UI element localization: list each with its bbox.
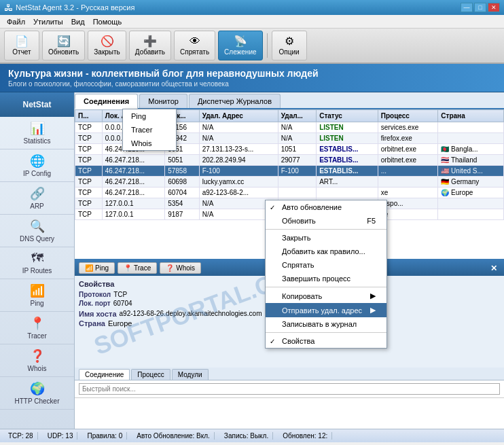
dnsquery-icon: 🔍 <box>30 219 45 234</box>
ctx-hide[interactable]: Спрятать <box>266 258 386 272</box>
close-button[interactable]: ✕ <box>488 3 500 12</box>
ping-icon: 📶 <box>30 283 45 298</box>
ctx-add-rule[interactable]: Добавить как правило... <box>266 245 386 258</box>
ctx-auto-update[interactable]: Авто обновление <box>266 200 386 214</box>
report-icon: 📄 <box>15 36 29 47</box>
cell-country: 🇺🇸 United S... <box>438 166 504 177</box>
menu-help[interactable]: Помощь <box>89 16 126 27</box>
cell-country: 🇹🇭 Thailand <box>438 155 504 166</box>
toolbar: 📄 Отчет 🔄 Обновить 🚫 Закрыть ➕ Добавить … <box>0 29 504 64</box>
banner-subtitle: Блоги о психологии, философии, саморазви… <box>8 80 496 88</box>
cell-status <box>317 188 378 198</box>
table-row[interactable]: TCP 46.247.218... 57858 F-100 F-100 ESTA… <box>75 166 504 177</box>
options-button[interactable]: ⚙ Опции <box>272 31 307 60</box>
tracking-icon: 📡 <box>234 36 247 47</box>
menu-view[interactable]: Вид <box>67 16 89 27</box>
options-icon: ⚙ <box>285 36 294 47</box>
search-input[interactable] <box>79 383 500 395</box>
cell-process: orbitnet.exe <box>378 155 438 166</box>
sidebar-item-iproutes[interactable]: 🗺 IP Routes <box>0 247 74 279</box>
sidebar-item-ping[interactable]: 📶 Ping <box>0 279 74 312</box>
tab-monitor[interactable]: Монитор <box>139 94 187 108</box>
col-process: Процесс <box>378 110 438 122</box>
properties-buttons: 📶 Ping 📍 Trace ❓ Whois <box>79 262 201 274</box>
conn-tab-modules[interactable]: Модули <box>172 369 209 380</box>
arp-icon: 🔗 <box>30 186 45 201</box>
hide-button[interactable]: 👁 Спрятать <box>174 31 215 60</box>
conn-tab-connection[interactable]: Соединение <box>79 369 130 380</box>
sidebar-item-statistics[interactable]: 📊 Statistics <box>0 117 74 149</box>
ping-btn-icon: 📶 <box>85 264 93 272</box>
cell-proto: TCP <box>75 198 103 209</box>
sidebar-item-whois[interactable]: ❓ Whois <box>0 344 74 377</box>
httpchecker-icon: 🌍 <box>30 381 45 396</box>
maximize-button[interactable]: □ <box>474 3 486 12</box>
app-icon: 🖧 <box>4 3 13 13</box>
ctx-close[interactable]: Закрыть <box>266 231 386 245</box>
tracking-button[interactable]: 📡 Слежение <box>218 31 262 60</box>
cell-proto: TCP <box>75 166 103 177</box>
cell-remote-addr: N/A <box>199 122 278 133</box>
sidebar: NetStat 📊 Statistics 🌐 IP Config 🔗 ARP 🔍… <box>0 92 75 429</box>
close-conn-button[interactable]: 🚫 Закрыть <box>88 31 126 60</box>
sidebar-item-httpchecker[interactable]: 🌍 HTTP Checker <box>0 377 74 410</box>
ctx-properties[interactable]: Свойства <box>266 334 386 348</box>
cell-local-port: 5051 <box>165 155 199 166</box>
submenu-tracer[interactable]: Tracer <box>123 123 176 137</box>
ctx-refresh[interactable]: Обновить F5 <box>266 214 386 228</box>
ctx-copy[interactable]: Копировать ▶ <box>266 289 386 303</box>
ctx-sep-1 <box>266 229 386 230</box>
col-remote-port: Удал... <box>278 110 316 122</box>
cell-status: LISTEN <box>317 133 378 144</box>
cell-status: ART... <box>317 177 378 188</box>
ctx-end-process[interactable]: Завершить процесс <box>266 272 386 285</box>
ctx-send-remote[interactable]: Отправить удал. адрес ▶ <box>266 303 386 317</box>
cell-status: ESTABLIS... <box>317 155 378 166</box>
sidebar-item-tracer[interactable]: 📍 Tracer <box>0 312 74 344</box>
tab-connections[interactable]: Соединения <box>75 94 138 109</box>
cell-proto: TCP <box>75 209 103 220</box>
cell-process <box>378 177 438 188</box>
submenu-whois[interactable]: Whois <box>123 137 176 150</box>
menu-file[interactable]: Файл <box>3 16 29 27</box>
banner-title: Культура жизни - коллективный блог для н… <box>8 68 496 79</box>
table-row[interactable]: TCP 46.247.218... 5051 202.28.249.94 290… <box>75 155 504 166</box>
trace-button[interactable]: 📍 Trace <box>118 262 157 274</box>
menu-utilities[interactable]: Утилиты <box>29 16 67 27</box>
cell-process: orbitnet.exe <box>378 144 438 155</box>
col-proto: П... <box>75 110 103 122</box>
submenu-ping[interactable]: Ping <box>123 109 176 123</box>
add-icon: ➕ <box>143 36 157 47</box>
sidebar-item-arp[interactable]: 🔗 ARP <box>0 182 74 215</box>
submenu: Ping Tracer Whois <box>122 109 177 151</box>
cell-country <box>438 209 504 220</box>
properties-close[interactable]: ✕ <box>488 264 500 273</box>
table-row[interactable]: TCP 46.247.218... 60704 a92-123-68-2... … <box>75 188 504 198</box>
prop-protocol: Протокол TCP <box>79 291 286 298</box>
sidebar-item-ipconfig[interactable]: 🌐 IP Config <box>0 149 74 182</box>
cell-local-addr: 46.247.218... <box>102 177 164 188</box>
cell-local-port: 5354 <box>165 198 199 209</box>
report-button[interactable]: 📄 Отчет <box>4 31 39 60</box>
cell-proto: TCP <box>75 133 103 144</box>
conn-tab-process[interactable]: Процесс <box>131 369 170 380</box>
col-remote-addr: Удал. Адрес <box>199 110 278 122</box>
tab-logmanager[interactable]: Диспетчер Журналов <box>189 94 281 108</box>
ctx-sep-3 <box>266 332 386 333</box>
menu-bar: Файл Утилиты Вид Помощь <box>0 15 504 29</box>
whois-button[interactable]: ❓ Whois <box>160 262 201 274</box>
ctx-record[interactable]: Записывать в журнал <box>266 317 386 331</box>
table-row[interactable]: TCP 46.247.218... 60698 lucky.yamx.cc AR… <box>75 177 504 188</box>
ping-button[interactable]: 📶 Ping <box>79 262 115 274</box>
refresh-button[interactable]: 🔄 Обновить <box>42 31 85 60</box>
cell-remote-port: N/A <box>278 133 316 144</box>
ctx-copy-arrow: ▶ <box>370 291 376 300</box>
cell-proto: TCP <box>75 155 103 166</box>
add-button[interactable]: ➕ Добавить <box>129 31 171 60</box>
cell-local-addr: 46.247.218... <box>102 188 164 198</box>
minimize-button[interactable]: — <box>461 3 473 12</box>
sidebar-item-dnsquery[interactable]: 🔍 DNS Query <box>0 215 74 247</box>
cell-country: 🇧🇩 Bangla... <box>438 144 504 155</box>
cell-remote-port: N/A <box>278 122 316 133</box>
cell-remote-addr: 202.28.249.94 <box>199 155 278 166</box>
